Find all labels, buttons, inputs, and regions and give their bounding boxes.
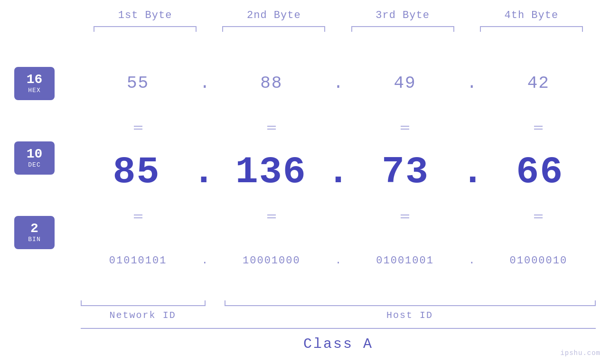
labels-column: 16 HEX 10 DEC 2 BIN (14, 46, 81, 298)
host-id-label: Host ID (224, 310, 596, 321)
top-bracket-3 (338, 26, 467, 32)
dec-badge: 10 DEC (14, 141, 55, 175)
hex-val-2: 88 (260, 74, 282, 93)
top-brackets (81, 26, 596, 32)
dec-cell-1: 85 (81, 150, 192, 194)
hex-cell-2: 88 (214, 74, 328, 93)
equals-row-2 (81, 209, 596, 224)
bin-label: BIN (28, 236, 40, 243)
dec-val-2: 136 (235, 150, 307, 194)
bin-cell-2: 10001000 (214, 255, 328, 267)
eq-cell-3 (348, 126, 462, 130)
top-bracket-4 (467, 26, 596, 32)
hex-dot-2: . (329, 74, 348, 93)
eq-sign-2 (267, 126, 276, 130)
bin-dot-sep-2: . (335, 255, 341, 267)
eq-line-3a (401, 126, 409, 127)
data-grid: 55 . 88 . 49 . 42 (81, 46, 596, 298)
bottom-brackets-row (81, 300, 596, 306)
class-bracket-line (81, 328, 596, 329)
hex-number: 16 (27, 73, 43, 87)
bin-number: 2 (30, 222, 38, 236)
hex-cell-3: 49 (348, 74, 462, 93)
dec-cell-2: 136 (215, 150, 327, 194)
dec-dot-1: . (192, 150, 215, 194)
eq-cell-2 (214, 126, 328, 130)
eq-sign-4 (534, 126, 543, 130)
bin-dot-3: . (462, 255, 481, 267)
bin-badge: 2 BIN (14, 216, 55, 249)
hex-dot-1: . (195, 74, 214, 93)
bin-dot-sep-3: . (469, 255, 475, 267)
hex-dot-sep-1: . (199, 74, 210, 93)
dec-dot-3: . (461, 150, 484, 194)
eq-line-1a (134, 126, 142, 127)
bin-dot-1: . (195, 255, 214, 267)
bin-val-4: 01000010 (510, 255, 568, 267)
dec-dot-2: . (327, 150, 349, 194)
eq-cell-1 (81, 126, 195, 130)
dec-dot-sep-2: . (327, 150, 349, 194)
dec-dot-sep-3: . (461, 150, 484, 194)
eq2-line-1a (134, 215, 142, 215)
bin-val-2: 10001000 (243, 255, 300, 267)
main-container: 1st Byte 2nd Byte 3rd Byte 4th Byte 16 H… (0, 0, 610, 364)
class-section: Class A (81, 328, 596, 355)
bin-dot-2: . (329, 255, 348, 267)
network-bracket (81, 300, 206, 306)
eq-line-2b (267, 129, 276, 130)
dec-dot-sep-1: . (192, 150, 215, 194)
top-bracket-line-4 (480, 26, 583, 32)
eq-line-3b (401, 129, 409, 130)
bin-dot-sep-1: . (202, 255, 208, 267)
hex-badge: 16 HEX (14, 67, 55, 100)
hex-dot-3: . (462, 74, 481, 93)
eq2-sign-4 (534, 215, 543, 218)
eq2-line-1b (134, 217, 142, 218)
eq-sign-1 (134, 126, 142, 130)
hex-val-1: 55 (127, 74, 149, 93)
top-bracket-2 (209, 26, 338, 32)
dec-cell-4: 66 (484, 150, 596, 194)
id-labels-row: Network ID Host ID (81, 310, 596, 321)
byte-header-4: 4th Byte (467, 9, 596, 21)
eq-line-4a (534, 126, 543, 127)
id-dot-spacer (205, 310, 224, 321)
eq2-line-3b (401, 217, 409, 218)
dec-label: DEC (28, 161, 40, 168)
dec-cell-3: 73 (350, 150, 461, 194)
dec-val-3: 73 (382, 150, 429, 194)
dec-number: 10 (27, 147, 43, 162)
hex-dot-sep-3: . (467, 74, 477, 93)
byte-header-1: 1st Byte (81, 9, 209, 21)
eq2-line-2a (267, 215, 276, 215)
class-label: Class A (81, 334, 596, 355)
equals-row-1 (81, 121, 596, 135)
bin-val-3: 01001001 (376, 255, 434, 267)
top-bracket-1 (81, 26, 209, 32)
eq2-cell-2 (214, 215, 328, 218)
hex-dot-sep-2: . (333, 74, 344, 93)
dec-val-1: 85 (113, 150, 160, 194)
content-area: 16 HEX 10 DEC 2 BIN 55 . (14, 46, 596, 298)
eq2-cell-1 (81, 215, 195, 218)
eq2-line-2b (267, 217, 276, 218)
eq2-line-4a (534, 215, 543, 215)
top-bracket-line-1 (94, 26, 197, 32)
bin-val-1: 01010101 (109, 255, 167, 267)
hex-val-3: 49 (394, 74, 416, 93)
eq2-sign-2 (267, 215, 276, 218)
bin-cell-3: 01001001 (348, 255, 462, 267)
byte-header-2: 2nd Byte (209, 9, 338, 21)
dec-val-4: 66 (516, 150, 563, 194)
eq-line-1b (134, 129, 142, 130)
eq2-sign-3 (401, 215, 409, 218)
hex-row: 55 . 88 . 49 . 42 (81, 46, 596, 121)
eq-sign-3 (401, 126, 409, 130)
eq2-sign-1 (134, 215, 142, 218)
top-bracket-line-3 (351, 26, 454, 32)
hex-cell-1: 55 (81, 74, 195, 93)
eq2-cell-4 (481, 215, 596, 218)
eq-line-4b (534, 129, 543, 130)
network-id-label: Network ID (81, 310, 205, 321)
